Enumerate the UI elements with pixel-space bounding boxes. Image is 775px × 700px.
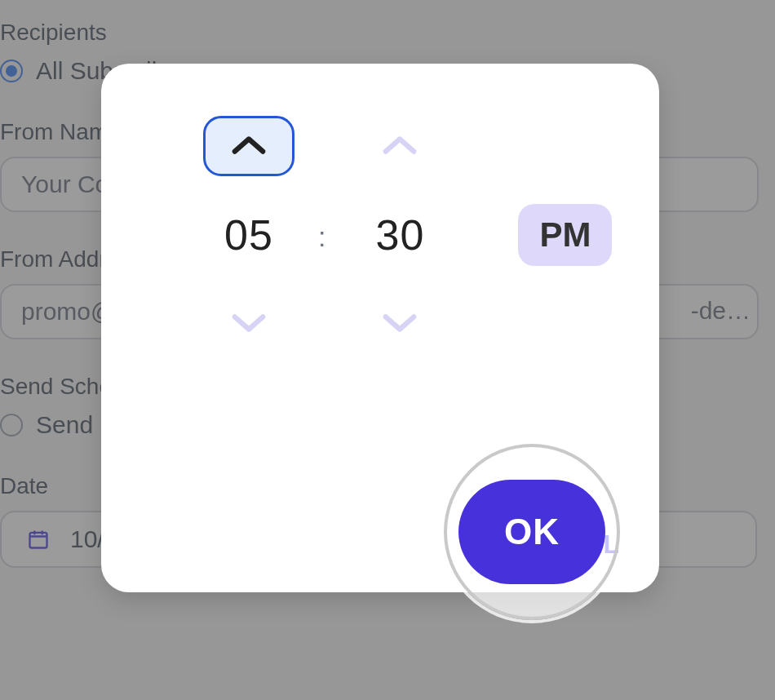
chevron-down-icon — [381, 312, 418, 337]
chevron-up-icon — [230, 134, 268, 159]
hour-down-button[interactable] — [203, 294, 294, 354]
minute-spinner: 30 — [339, 116, 461, 354]
hour-up-button[interactable] — [203, 116, 294, 176]
minute-down-button[interactable] — [354, 294, 445, 354]
ok-highlight-ring: OK — [444, 444, 620, 620]
hour-spinner: 05 — [188, 116, 310, 354]
hour-value[interactable]: 05 — [224, 210, 273, 259]
chevron-up-icon — [381, 134, 418, 159]
minute-value[interactable]: 30 — [376, 210, 425, 259]
minute-up-button[interactable] — [354, 116, 445, 176]
time-separator: : — [318, 221, 326, 253]
chevron-down-icon — [230, 312, 268, 337]
period-toggle[interactable]: PM — [518, 204, 612, 266]
time-spinner-row: 05 : 30 PM — [134, 116, 627, 354]
ok-button[interactable]: OK — [458, 480, 605, 584]
